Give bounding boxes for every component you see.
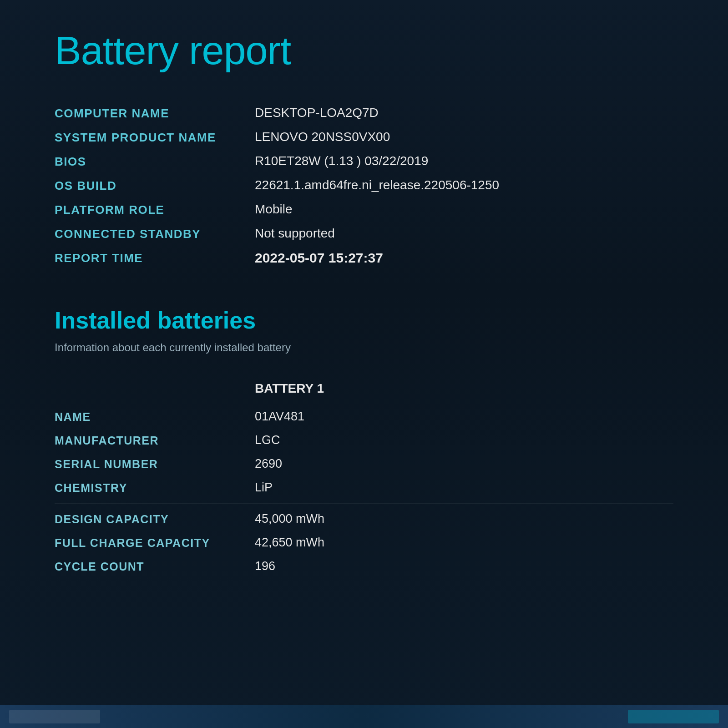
battery-info-label: DESIGN CAPACITY	[55, 512, 255, 526]
battery-header-row: BATTERY 1	[55, 377, 673, 400]
battery-table: BATTERY 1 NAME01AV481MANUFACTURERLGCSERI…	[55, 377, 673, 578]
battery-info-row: DESIGN CAPACITY45,000 mWh	[55, 507, 673, 531]
battery-info-label: CYCLE COUNT	[55, 559, 255, 573]
info-label: CONNECTED STANDBY	[55, 226, 255, 241]
info-row: SYSTEM PRODUCT NAMELENOVO 20NSS0VX00	[55, 125, 673, 149]
installed-batteries-title: Installed batteries	[55, 307, 673, 334]
info-row: PLATFORM ROLEMobile	[55, 197, 673, 222]
info-label: COMPUTER NAME	[55, 106, 255, 121]
info-label: BIOS	[55, 154, 255, 169]
battery-info-label: CHEMISTRY	[55, 480, 255, 495]
battery-info-label: FULL CHARGE CAPACITY	[55, 536, 255, 550]
system-info-table: COMPUTER NAMEDESKTOP-LOA2Q7DSYSTEM PRODU…	[55, 101, 673, 270]
battery-info-value: 196	[255, 559, 275, 573]
info-value: 2022-05-07 15:27:37	[255, 250, 383, 266]
info-row: REPORT TIME2022-05-07 15:27:37	[55, 246, 673, 270]
battery-info-value: LiP	[255, 480, 273, 495]
battery-info-value: 2690	[255, 457, 282, 471]
info-label: SYSTEM PRODUCT NAME	[55, 130, 255, 145]
info-value: 22621.1.amd64fre.ni_release.220506-1250	[255, 178, 499, 192]
battery-info-row: CHEMISTRYLiP	[55, 476, 673, 500]
battery-info-value: 42,650 mWh	[255, 536, 324, 550]
battery-info-label: MANUFACTURER	[55, 433, 255, 447]
info-label: OS BUILD	[55, 178, 255, 193]
page-title: Battery report	[55, 27, 673, 74]
battery-section: Installed batteries Information about ea…	[55, 307, 673, 578]
battery-info-row: MANUFACTURERLGC	[55, 429, 673, 452]
battery-info-row: SERIAL NUMBER2690	[55, 452, 673, 476]
battery-info-label: NAME	[55, 410, 255, 424]
battery-info-value: 01AV481	[255, 410, 304, 424]
bottom-bar-left	[9, 710, 100, 723]
info-row: COMPUTER NAMEDESKTOP-LOA2Q7D	[55, 101, 673, 125]
info-label: REPORT TIME	[55, 250, 255, 265]
info-row: OS BUILD22621.1.amd64fre.ni_release.2205…	[55, 173, 673, 197]
battery-info-value: 45,000 mWh	[255, 512, 324, 526]
battery-info-value: LGC	[255, 433, 280, 447]
info-row: BIOSR10ET28W (1.13 ) 03/22/2019	[55, 149, 673, 173]
bottom-bar-right	[628, 710, 719, 723]
info-label: PLATFORM ROLE	[55, 202, 255, 217]
battery-header: BATTERY 1	[255, 381, 324, 396]
page-container: Battery report COMPUTER NAMEDESKTOP-LOA2…	[0, 0, 728, 728]
info-value: DESKTOP-LOA2Q7D	[255, 106, 379, 120]
info-value: Mobile	[255, 202, 292, 217]
bottom-bar	[0, 705, 728, 728]
info-row: CONNECTED STANDBYNot supported	[55, 222, 673, 246]
battery-info-row: NAME01AV481	[55, 405, 673, 429]
info-value: LENOVO 20NSS0VX00	[255, 130, 390, 144]
battery-info-label: SERIAL NUMBER	[55, 457, 255, 471]
divider	[55, 503, 673, 504]
info-value: R10ET28W (1.13 ) 03/22/2019	[255, 154, 428, 168]
info-value: Not supported	[255, 226, 335, 241]
battery-info-row: CYCLE COUNT196	[55, 555, 673, 578]
battery-info-row: FULL CHARGE CAPACITY42,650 mWh	[55, 531, 673, 555]
installed-batteries-subtitle: Information about each currently install…	[55, 341, 673, 354]
